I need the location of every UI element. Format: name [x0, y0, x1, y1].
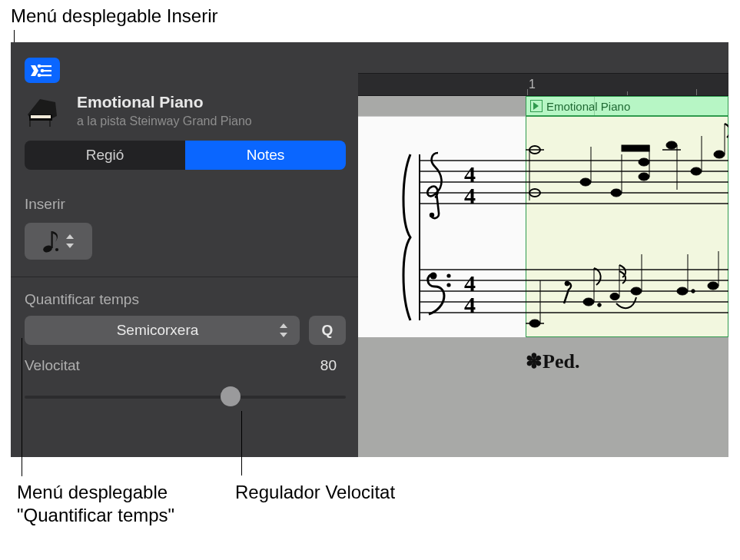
svg-rect-1: [41, 65, 51, 67]
ruler-tick: [696, 89, 697, 95]
insert-label: Inserir: [25, 196, 65, 213]
svg-rect-10: [31, 115, 51, 118]
velocity-value: 80: [320, 357, 337, 374]
svg-rect-3: [44, 70, 51, 71]
velocity-label: Velocitat: [25, 357, 80, 374]
callout-line: [241, 411, 242, 476]
svg-point-0: [38, 64, 41, 68]
midi-region-header[interactable]: Emotional Piano: [526, 96, 728, 116]
insert-dropdown[interactable]: [25, 223, 92, 260]
filter-button[interactable]: [25, 58, 60, 83]
midi-region-name: Emotional Piano: [546, 100, 630, 113]
timeline-ruler[interactable]: 1: [358, 73, 728, 96]
ruler-tick: [627, 91, 628, 95]
quantize-label: Quantificar temps: [25, 291, 139, 308]
piano-icon: [25, 94, 58, 128]
callout-velocity: Regulador Velocitat: [235, 481, 395, 504]
region-tick: [594, 97, 595, 115]
chevron-up-down-icon: [280, 322, 289, 339]
slider-track: [25, 396, 346, 399]
region-play-icon: [531, 101, 542, 111]
tab-bar: Regió Notes: [25, 141, 346, 170]
tab-region[interactable]: Regió: [25, 141, 185, 170]
svg-rect-8: [29, 121, 31, 127]
region-subtitle: a la pista Steinway Grand Piano: [77, 114, 252, 128]
ruler-marker-1: 1: [529, 78, 536, 91]
quantize-dropdown[interactable]: Semicorxera: [25, 316, 300, 345]
velocity-slider[interactable]: [25, 388, 346, 406]
svg-rect-9: [49, 121, 51, 127]
svg-rect-12: [51, 231, 53, 248]
quantize-value: Semicorxera: [35, 322, 280, 339]
quantize-apply-button[interactable]: Q: [309, 316, 346, 345]
app-panel: Emotional Piano a la pista Steinway Gran…: [11, 42, 728, 457]
callout-quantize: Menú desplegable "Quantificar temps": [17, 481, 174, 527]
region-title: Emotional Piano: [77, 93, 204, 111]
svg-point-2: [41, 68, 45, 72]
slider-thumb[interactable]: [221, 386, 241, 406]
divider: [11, 277, 358, 277]
svg-rect-5: [41, 75, 51, 76]
svg-point-13: [55, 248, 58, 251]
midi-region-body[interactable]: [526, 116, 728, 337]
score-margin: [358, 116, 526, 337]
dotted-eighth-note-icon: [41, 228, 61, 254]
ruler-tick: [527, 89, 528, 95]
pedal-marking: ✽Ped.: [526, 350, 579, 373]
chevron-up-down-icon: [66, 233, 75, 250]
filter-icon: [31, 63, 54, 78]
svg-point-4: [38, 73, 41, 77]
callout-insert: Menú desplegable Inserir: [11, 5, 218, 28]
callout-line: [22, 338, 22, 476]
tab-notes[interactable]: Notes: [185, 141, 346, 170]
